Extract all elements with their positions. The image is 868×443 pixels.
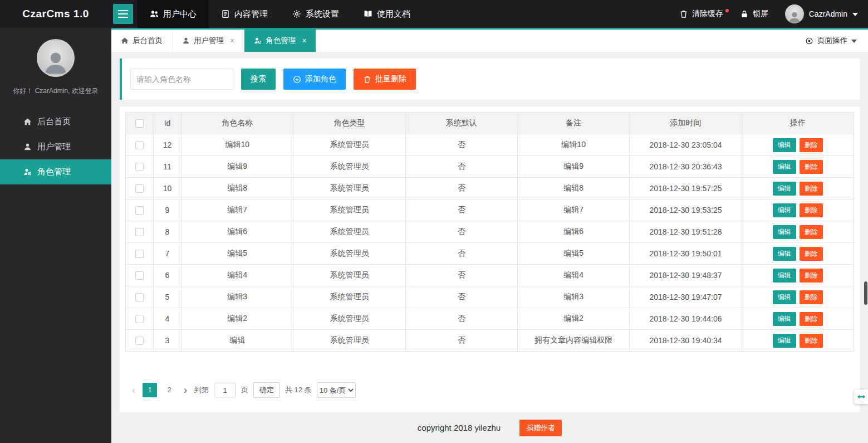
search-button[interactable]: 搜索: [241, 69, 276, 90]
sidebar-item-user-management[interactable]: 用户管理: [0, 134, 111, 159]
cell-role-name: 编辑: [182, 330, 293, 352]
topnav-item-user-center[interactable]: 用户中心: [138, 0, 209, 28]
role-icon: [254, 37, 262, 45]
person-icon: [788, 10, 801, 23]
tab-home[interactable]: 后台首页: [111, 30, 173, 52]
add-role-button[interactable]: 添加角色: [283, 69, 346, 90]
roles-table-card: Id角色名称角色类型系统默认备注添加时间操作 12编辑10系统管理员否编辑102…: [120, 106, 860, 412]
tab-bar-tabs: 后台首页用户管理×角色管理×: [111, 30, 316, 52]
row-checkbox[interactable]: [135, 337, 144, 345]
edit-button[interactable]: 编辑: [773, 312, 796, 326]
cell-id: 7: [154, 243, 182, 265]
delete-button[interactable]: 删除: [800, 269, 823, 283]
welcome-text: 你好！ CzarAdmin, 欢迎登录: [0, 86, 111, 96]
cell-role-name: 编辑4: [182, 265, 293, 286]
cell-created-time: 2018-12-30 23:05:04: [630, 134, 742, 156]
row-checkbox[interactable]: [135, 163, 144, 171]
table-row: 11编辑9系统管理员否编辑92018-12-30 20:36:43编辑删除: [126, 156, 854, 178]
goto-confirm-button[interactable]: 确定: [253, 382, 280, 398]
cell-role-name: 编辑6: [182, 221, 293, 243]
topnav-item-docs[interactable]: 使用文档: [351, 0, 423, 28]
delete-button[interactable]: 删除: [800, 312, 823, 326]
cell-created-time: 2018-12-30 19:50:01: [630, 243, 742, 265]
topnav-item-content-management[interactable]: 内容管理: [209, 0, 280, 28]
arrows-h-icon: [857, 392, 866, 401]
delete-button[interactable]: 删除: [800, 225, 823, 239]
trash-icon: [679, 9, 688, 18]
clear-cache-button[interactable]: 清除缓存: [679, 9, 723, 19]
cell-created-time: 2018-12-30 20:36:43: [630, 156, 742, 178]
edit-button[interactable]: 编辑: [773, 203, 796, 217]
delete-button[interactable]: 删除: [800, 160, 823, 174]
role-name-input[interactable]: [130, 69, 233, 90]
delete-button[interactable]: 删除: [800, 138, 823, 152]
row-checkbox[interactable]: [135, 250, 144, 258]
topnav-item-system-settings[interactable]: 系统设置: [280, 0, 351, 28]
sidebar-item-home[interactable]: 后台首页: [0, 109, 111, 134]
delete-button[interactable]: 删除: [800, 182, 823, 196]
profile-avatar: [37, 39, 75, 77]
table-row: 6编辑4系统管理员否编辑42018-12-30 19:48:37编辑删除: [126, 265, 854, 286]
role-icon: [23, 168, 32, 176]
add-role-label: 添加角色: [305, 74, 336, 84]
edit-button[interactable]: 编辑: [773, 182, 796, 196]
page-size-select[interactable]: 10 条/页: [317, 382, 356, 398]
edit-button[interactable]: 编辑: [773, 225, 796, 239]
cell-role-name: 编辑2: [182, 308, 293, 330]
edit-button[interactable]: 编辑: [773, 290, 796, 304]
cell-role-name: 编辑10: [182, 134, 293, 156]
edit-button[interactable]: 编辑: [773, 334, 796, 348]
row-checkbox[interactable]: [135, 228, 144, 236]
pagination-prev-button[interactable]: ‹: [130, 385, 138, 395]
row-checkbox[interactable]: [135, 271, 144, 280]
page-actions-dropdown[interactable]: 页面操作: [794, 30, 868, 52]
pagination-page-2[interactable]: 2: [162, 383, 176, 397]
tab-user-management[interactable]: 用户管理×: [173, 30, 244, 52]
menu-toggle-button[interactable]: [113, 4, 133, 24]
lock-screen-button[interactable]: 锁屏: [740, 9, 768, 19]
delete-button[interactable]: 删除: [800, 334, 823, 348]
table-row: 4编辑2系统管理员否编辑22018-12-30 19:44:06编辑删除: [126, 308, 854, 330]
content-icon: [221, 9, 230, 18]
donate-button[interactable]: 捐赠作者: [519, 420, 562, 436]
table-row: 3编辑系统管理员否拥有文章内容编辑权限2018-12-30 19:40:34编辑…: [126, 330, 854, 352]
row-checkbox[interactable]: [135, 315, 144, 323]
edit-button[interactable]: 编辑: [773, 269, 796, 283]
row-checkbox[interactable]: [135, 206, 144, 215]
sidebar-item-label: 用户管理: [37, 142, 71, 152]
pagination-page-1[interactable]: 1: [143, 383, 157, 397]
tab-close-icon[interactable]: ×: [230, 37, 234, 45]
cell-role-name: 编辑7: [182, 199, 293, 221]
edit-button[interactable]: 编辑: [773, 160, 796, 174]
cell-id: 10: [154, 178, 182, 199]
collapse-toggle-button[interactable]: [854, 390, 868, 404]
cell-remark: 编辑7: [517, 199, 629, 221]
cell-role-type: 系统管理员: [293, 221, 405, 243]
tab-close-icon[interactable]: ×: [302, 37, 306, 45]
cell-system-default: 否: [405, 199, 517, 221]
scrollbar-thumb[interactable]: [864, 281, 867, 305]
pagination-next-button[interactable]: ›: [182, 385, 189, 395]
batch-delete-button[interactable]: 批量删除: [354, 69, 416, 90]
goto-page-input[interactable]: [214, 383, 236, 397]
tab-role-management[interactable]: 角色管理×: [244, 30, 316, 52]
edit-button[interactable]: 编辑: [773, 138, 796, 152]
edit-button[interactable]: 编辑: [773, 247, 796, 261]
cell-system-default: 否: [405, 308, 517, 330]
delete-button[interactable]: 删除: [800, 203, 823, 217]
lock-screen-label: 锁屏: [753, 9, 768, 19]
clear-cache-label: 清除缓存: [692, 9, 723, 19]
delete-button[interactable]: 删除: [800, 290, 823, 304]
caret-down-icon: [852, 13, 858, 19]
cell-remark: 编辑3: [517, 286, 629, 308]
sidebar-item-role-management[interactable]: 角色管理: [0, 159, 111, 184]
delete-button[interactable]: 删除: [800, 247, 823, 261]
user-menu[interactable]: CazrAdmin: [785, 4, 858, 23]
select-all-checkbox[interactable]: [135, 119, 144, 128]
row-checkbox[interactable]: [135, 141, 144, 149]
row-checkbox[interactable]: [135, 184, 144, 193]
copyright-text: copyright 2018 yilezhu: [418, 423, 501, 432]
row-checkbox[interactable]: [135, 293, 144, 301]
cell-system-default: 否: [405, 178, 517, 199]
search-button-label: 搜索: [251, 74, 266, 84]
